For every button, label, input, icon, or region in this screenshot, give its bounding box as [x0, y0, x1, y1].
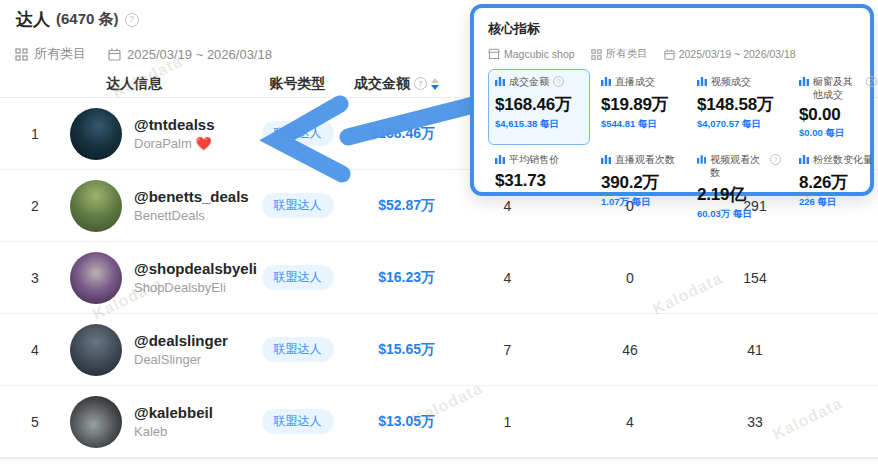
amount-cell: $13.05万: [340, 413, 445, 431]
avatar[interactable]: [70, 324, 122, 376]
popup-date-label: 2025/03/19 ~ 2026/03/18: [679, 48, 796, 60]
metric-daily: 1.07万 每日: [601, 196, 679, 209]
metric-cell: 4: [445, 270, 570, 286]
influencer-handle[interactable]: @tntdealss: [134, 116, 214, 133]
table-row[interactable]: 4 @dealslinger DealSlinger 联盟达人 $15.65万 …: [0, 314, 878, 386]
metric-card-live-views[interactable]: 直播观看次数 390.2万 1.07万 每日: [594, 147, 686, 226]
metric-daily: $4,615.38 每日: [495, 118, 583, 131]
bar-chart-icon: [799, 154, 809, 164]
metric-daily: $4,070.57 每日: [697, 118, 781, 131]
influencer-handle[interactable]: @kalebbeil: [134, 404, 213, 421]
metric-value: $31.73: [495, 171, 583, 191]
popup-filter-bar: Magcubic shop 所有类目 2025/03/19 ~ 2026/03/…: [488, 47, 856, 61]
metric-value: $168.46万: [495, 93, 583, 116]
result-count: (6470 条): [56, 10, 119, 29]
bar-chart-icon: [697, 76, 707, 86]
sort-control[interactable]: [431, 78, 439, 90]
influencer-handle[interactable]: @benetts_deals: [134, 188, 249, 205]
account-type-badge: 联盟达人: [262, 193, 334, 218]
avatar[interactable]: [70, 108, 122, 160]
amount-cell: $16.23万: [340, 269, 445, 287]
metric-label: 橱窗及其他成交: [813, 76, 862, 101]
account-type-badge: 联盟达人: [262, 337, 334, 362]
account-type-badge: 联盟达人: [262, 121, 334, 146]
avatar[interactable]: [70, 252, 122, 304]
metric-daily: 226 每日: [799, 196, 877, 209]
date-range-filter[interactable]: 2025/03/19 ~ 2026/03/18: [108, 47, 272, 62]
amount-cell: $168.46万: [340, 125, 445, 143]
metric-label: 粉丝数变化量: [813, 154, 873, 167]
metric-cell: 33: [690, 414, 820, 430]
metric-cell: 0: [570, 270, 690, 286]
row-rank: 3: [0, 270, 70, 286]
popup-category-label: 所有类目: [606, 47, 648, 61]
row-rank: 1: [0, 126, 70, 142]
avatar[interactable]: [70, 396, 122, 448]
influencer-handle[interactable]: @shopdealsbyeli: [134, 260, 257, 277]
metric-help-icon[interactable]: ?: [866, 76, 877, 87]
shop-filter-label: Magcubic shop: [504, 48, 575, 60]
bar-chart-icon: [601, 76, 611, 86]
account-type-badge: 联盟达人: [262, 265, 334, 290]
calendar-icon: [664, 49, 675, 60]
metric-label: 直播成交: [615, 76, 655, 89]
sort-desc-icon: [431, 85, 439, 90]
popup-date-filter[interactable]: 2025/03/19 ~ 2026/03/18: [664, 48, 796, 60]
popup-title: 核心指标: [488, 20, 856, 38]
metric-help-icon[interactable]: ?: [553, 76, 564, 87]
page-title: 达人: [16, 8, 50, 31]
metric-value: 2.19亿: [697, 183, 781, 206]
bar-chart-icon: [601, 154, 611, 164]
metric-card-video-gmv[interactable]: 视频成交 $148.58万 $4,070.57 每日: [690, 69, 788, 145]
row-rank: 2: [0, 198, 70, 214]
row-rank: 4: [0, 342, 70, 358]
metric-card-avg-price[interactable]: 平均销售价 $31.73: [488, 147, 590, 226]
category-filter[interactable]: 所有类目: [15, 45, 86, 63]
shop-icon: [488, 48, 500, 60]
metric-daily: 60.03万 每日: [697, 208, 781, 221]
table-row[interactable]: 3 @shopdealsbyeli ShopDealsbyEli 联盟达人 $1…: [0, 242, 878, 314]
popup-category-filter[interactable]: 所有类目: [591, 47, 648, 61]
metric-cell: 41: [690, 342, 820, 358]
metric-value: $19.89万: [601, 93, 679, 116]
amount-help-icon[interactable]: ?: [414, 77, 427, 90]
metric-daily: $0.00 每日: [799, 127, 877, 140]
metric-cell: 154: [690, 270, 820, 286]
account-type-badge: 联盟达人: [262, 409, 334, 434]
calendar-icon: [108, 48, 121, 61]
category-filter-label: 所有类目: [34, 45, 86, 63]
shop-filter[interactable]: Magcubic shop: [488, 48, 575, 60]
metric-label: 直播观看次数: [615, 154, 675, 167]
header-amount[interactable]: 成交金额 ?: [340, 75, 445, 93]
header-amount-label: 成交金额: [354, 75, 410, 93]
influencer-nickname: DoraPalm ❤️: [134, 136, 214, 151]
bar-chart-icon: [495, 154, 505, 164]
influencer-handle[interactable]: @dealslinger: [134, 332, 228, 349]
metric-card-showcase-gmv[interactable]: 橱窗及其他成交 ? $0.00 $0.00 每日: [792, 69, 878, 145]
metric-grid: 成交金额 ? $168.46万 $4,615.38 每日 直播成交 $19.89…: [488, 69, 856, 226]
bottom-divider: [0, 458, 878, 464]
core-metrics-popup: 核心指标 Magcubic shop 所有类目 2025/03/19 ~ 202…: [470, 4, 874, 196]
metric-daily: [495, 193, 583, 204]
influencer-nickname: ShopDealsbyEli: [134, 280, 257, 295]
header-influencer-info: 达人信息: [70, 75, 255, 93]
amount-cell: $52.87万: [340, 197, 445, 215]
metric-cell: 46: [570, 342, 690, 358]
row-rank: 5: [0, 414, 70, 430]
metric-card-live-gmv[interactable]: 直播成交 $19.89万 $544.81 每日: [594, 69, 686, 145]
influencer-nickname: Kaleb: [134, 424, 213, 439]
help-icon[interactable]: ?: [125, 13, 139, 27]
bar-chart-icon: [799, 76, 809, 86]
metric-card-video-views[interactable]: 视频观看次数 ? 2.19亿 60.03万 每日: [690, 147, 788, 226]
table-row[interactable]: 5 @kalebbeil Kaleb 联盟达人 $13.05万 1 4 33: [0, 386, 878, 458]
metric-value: 390.2万: [601, 171, 679, 194]
bar-chart-icon: [495, 76, 505, 86]
metric-help-icon[interactable]: ?: [770, 154, 781, 165]
metric-card-gmv[interactable]: 成交金额 ? $168.46万 $4,615.38 每日: [488, 69, 590, 145]
metric-card-follower-change[interactable]: 粉丝数变化量 8.26万 226 每日: [792, 147, 878, 226]
metric-value: 8.26万: [799, 171, 877, 194]
date-range-label: 2025/03/19 ~ 2026/03/18: [127, 47, 272, 62]
category-grid-icon: [15, 48, 28, 61]
metric-value: $0.00: [799, 105, 877, 125]
avatar[interactable]: [70, 180, 122, 232]
